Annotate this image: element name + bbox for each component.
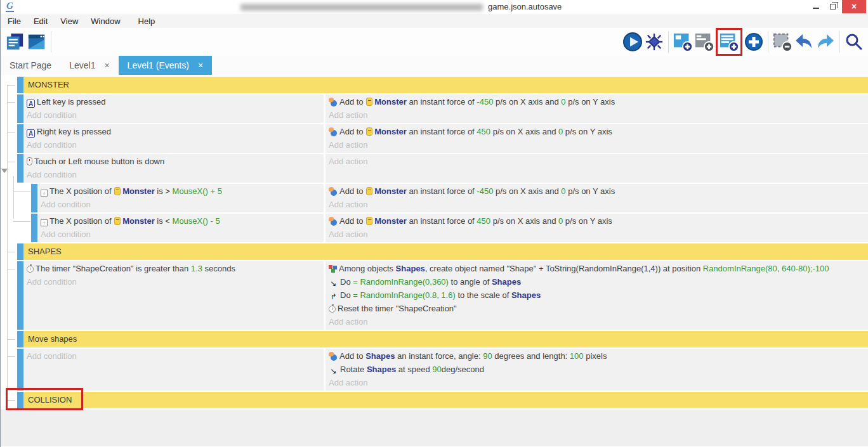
project-manager-icon[interactable] <box>4 30 26 53</box>
event-handle-bar[interactable] <box>31 214 37 242</box>
action-row[interactable]: Rotate Shapes at speed 90deg/second <box>329 363 868 376</box>
add-action-button[interactable]: Add action <box>329 155 868 168</box>
add-condition-button[interactable]: Add condition <box>41 228 324 241</box>
monster-object-icon <box>366 217 372 225</box>
action-row[interactable]: Reset the timer "ShapeCreation" <box>329 302 868 315</box>
event-handle-bar[interactable] <box>17 154 23 183</box>
condition-row[interactable]: The timer "ShapeCreation" is greater tha… <box>27 262 324 275</box>
add-comment-icon[interactable] <box>694 30 715 53</box>
tab-start-page[interactable]: Start Page <box>1 56 60 75</box>
menu-edit[interactable]: Edit <box>32 16 49 26</box>
force-icon <box>329 352 338 361</box>
condition-row[interactable]: Left key is pressed <box>27 95 324 108</box>
debug-icon[interactable] <box>643 30 665 53</box>
add-condition-button[interactable]: Add condition <box>27 275 324 288</box>
action-row[interactable]: Add to Monster an instant force of 450 p… <box>329 125 868 138</box>
menu-help[interactable]: Help <box>136 16 157 26</box>
event-handle-bar[interactable] <box>17 94 23 123</box>
event-row: Right key is pressed Add condition Add t… <box>1 124 868 153</box>
event-group-row: SHAPES <box>1 243 868 260</box>
condition-row[interactable]: Touch or Left mouse button is down <box>27 155 324 168</box>
event-handle-bar[interactable] <box>17 331 23 347</box>
tree-tick <box>13 191 30 192</box>
remove-event-icon[interactable] <box>772 30 793 53</box>
position-icon <box>41 219 48 226</box>
add-action-button[interactable]: Add action <box>329 376 868 389</box>
tab-level1-events[interactable]: Level1 (Events)× <box>119 56 212 75</box>
redo-icon[interactable] <box>815 30 836 53</box>
tree-tick <box>7 356 15 357</box>
rotate-icon <box>329 364 338 376</box>
action-row[interactable]: Do = RandomInRange(0,360) to angle of Sh… <box>329 275 868 288</box>
force-icon <box>329 127 338 136</box>
add-new-event-icon[interactable] <box>743 30 765 53</box>
position-icon <box>41 190 48 197</box>
action-row[interactable]: Add to Monster an instant force of -450 … <box>329 185 868 198</box>
add-condition-button[interactable]: Add condition <box>27 138 324 152</box>
action-text: Reset the timer "ShapeCreation" <box>338 304 457 313</box>
scene-editor-icon[interactable] <box>26 30 48 53</box>
action-text: Add to Shapes an instant force, angle: 9… <box>339 351 607 361</box>
menu-window[interactable]: Window <box>89 16 122 26</box>
add-action-button[interactable]: Add action <box>329 198 868 211</box>
add-action-button[interactable]: Add action <box>329 315 868 328</box>
add-condition-button[interactable]: Add condition <box>27 349 324 363</box>
toolbar <box>1 28 868 56</box>
menu-file[interactable]: File <box>6 16 23 26</box>
tab-level1[interactable]: Level1× <box>60 56 118 75</box>
condition-row[interactable]: The X position of Monster is < MouseX() … <box>41 214 324 228</box>
event-handle-bar[interactable] <box>17 77 23 93</box>
condition-row[interactable]: The X position of Monster is > MouseX() … <box>41 185 324 198</box>
add-action-button[interactable]: Add action <box>329 228 868 241</box>
action-row[interactable]: Add to Shapes an instant force, angle: 9… <box>329 349 868 363</box>
event-group-header[interactable]: SHAPES <box>23 243 868 260</box>
tab-close-icon[interactable]: × <box>104 60 109 70</box>
play-icon[interactable] <box>622 30 643 53</box>
add-action-button[interactable]: Add action <box>329 138 868 152</box>
event-group-header[interactable]: COLLISION <box>23 392 868 408</box>
monster-object-icon <box>366 98 372 106</box>
keyboard-icon <box>27 129 35 138</box>
sub-event-row: The X position of Monster is > MouseX() … <box>1 184 868 212</box>
tree-tick <box>7 102 15 103</box>
restore-button[interactable] <box>824 0 841 13</box>
add-action-button[interactable]: Add action <box>329 108 868 122</box>
add-condition-button[interactable]: Add condition <box>41 198 324 211</box>
actions-cell: Add to Monster an instant force of -450 … <box>326 184 868 212</box>
add-event-icon[interactable] <box>672 30 694 53</box>
event-handle-bar[interactable] <box>31 184 37 212</box>
event-gutter <box>1 94 17 123</box>
monster-object-icon <box>114 187 121 195</box>
action-row[interactable]: Among objects Shapes, create object name… <box>329 262 868 275</box>
condition-row[interactable]: Right key is pressed <box>27 125 324 138</box>
event-handle-bar[interactable] <box>17 243 23 260</box>
search-icon[interactable] <box>843 30 865 53</box>
minimize-button[interactable] <box>808 0 824 13</box>
event-row: The timer "ShapeCreation" is greater tha… <box>1 261 868 330</box>
mouse-icon <box>27 157 32 165</box>
event-handle-bar[interactable] <box>17 124 23 153</box>
event-group-header[interactable]: MONSTER <box>23 77 868 93</box>
undo-icon[interactable] <box>793 30 815 53</box>
action-row[interactable]: Add to Monster an instant force of -450 … <box>329 95 868 108</box>
action-row[interactable]: Do = RandomInRange(0.8, 1.6) to the scal… <box>329 288 868 302</box>
toolbar-separator <box>768 31 768 53</box>
add-condition-button[interactable]: Add condition <box>27 168 324 181</box>
add-subevent-icon[interactable] <box>718 30 740 53</box>
condition-text: The X position of Monster is > MouseX() … <box>49 186 222 196</box>
conditions-cell: Left key is pressed Add condition <box>23 94 324 123</box>
close-button[interactable]: × <box>842 0 866 13</box>
event-row: Add condition Add to Shapes an instant f… <box>1 349 868 391</box>
add-condition-button[interactable]: Add condition <box>27 108 324 122</box>
tree-tick <box>7 269 15 269</box>
event-handle-bar[interactable] <box>17 349 23 391</box>
tab-close-icon[interactable]: × <box>198 60 203 70</box>
action-row[interactable]: Add to Monster an instant force of 450 p… <box>329 214 868 228</box>
scale-icon <box>329 290 338 302</box>
event-group-header[interactable]: Move shapes <box>23 331 868 347</box>
condition-text: Right key is pressed <box>37 127 111 136</box>
events-empty-area <box>1 410 868 446</box>
event-handle-bar[interactable] <box>17 261 23 330</box>
annotation-red-box-collision <box>6 388 83 410</box>
menu-view[interactable]: View <box>58 16 80 26</box>
